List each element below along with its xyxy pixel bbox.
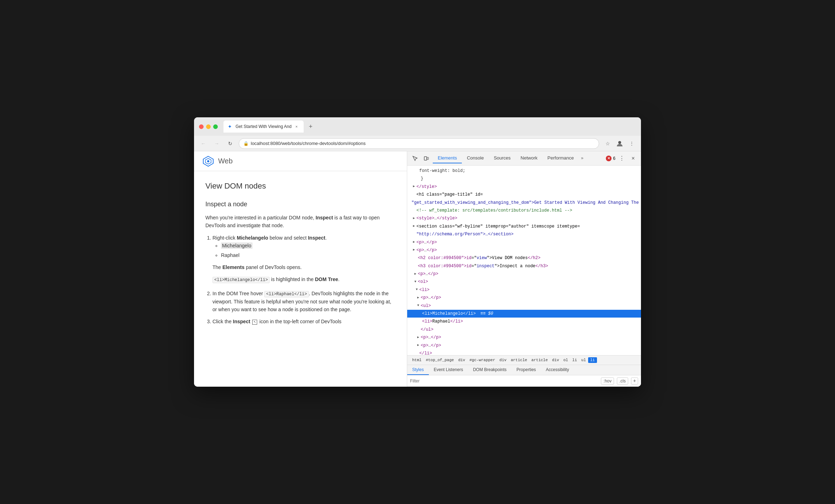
dom-tree-line[interactable]: <h3 color:#994500">id="inspect">Inspect … bbox=[407, 262, 641, 270]
list-item-michelangelo: Michelangelo bbox=[221, 242, 396, 250]
dom-tree-line[interactable]: <h1 class="page-title" id= bbox=[407, 191, 641, 198]
bottom-tab-accessibility[interactable]: Accessibility bbox=[541, 365, 574, 375]
bottom-tab-styles[interactable]: Styles bbox=[407, 365, 429, 375]
tab-console[interactable]: Console bbox=[462, 153, 489, 163]
back-button[interactable]: ← bbox=[198, 139, 208, 149]
tab-elements[interactable]: Elements bbox=[433, 153, 462, 163]
dom-tree-bold: DOM Tree bbox=[315, 276, 338, 282]
error-badge: ✕ 6 bbox=[606, 156, 615, 161]
site-name: Web bbox=[218, 157, 233, 165]
bottom-tab-dom-breakpoints[interactable]: DOM Breakpoints bbox=[468, 365, 511, 375]
more-tabs-button[interactable]: » bbox=[579, 155, 586, 162]
maximize-window-button[interactable] bbox=[213, 124, 218, 129]
svg-rect-2 bbox=[424, 157, 427, 160]
dom-tree-line[interactable]: </ul> bbox=[407, 326, 641, 334]
filter-cls[interactable]: .cls bbox=[617, 377, 628, 385]
dom-tree-line[interactable]: <section class="wf-byline" itemprop="aut… bbox=[407, 223, 641, 230]
address-bar: ← → ↻ 🔒 localhost:8080/web/tools/chrome-… bbox=[194, 136, 641, 151]
inspect-element-button[interactable] bbox=[410, 153, 420, 163]
page-heading: View DOM nodes bbox=[205, 180, 396, 192]
devtools-close-button[interactable]: × bbox=[628, 153, 638, 163]
tab-performance[interactable]: Performance bbox=[542, 153, 579, 163]
account-icon[interactable] bbox=[615, 139, 625, 149]
tab-title: Get Started With Viewing And bbox=[236, 124, 292, 129]
dom-tree-line[interactable]: <p>…</p> bbox=[407, 342, 641, 349]
step-2: In the DOM Tree hover <li>Raphael</li>. … bbox=[212, 290, 396, 314]
svg-point-0 bbox=[618, 141, 621, 144]
filter-add-button[interactable]: + bbox=[631, 377, 638, 385]
devtools-tabs: Elements Console Sources Network Perform… bbox=[433, 153, 604, 163]
minimize-window-button[interactable] bbox=[206, 124, 211, 129]
bottom-tab-properties[interactable]: Properties bbox=[511, 365, 541, 375]
new-tab-button[interactable]: + bbox=[306, 122, 316, 131]
intro-bold: Inspect bbox=[316, 215, 333, 220]
bookmark-icon[interactable]: ☆ bbox=[603, 139, 613, 149]
error-count: 6 bbox=[613, 156, 615, 161]
svg-rect-3 bbox=[427, 157, 428, 159]
elements-bold: Elements bbox=[222, 264, 244, 270]
breadcrumb-item[interactable]: li bbox=[588, 357, 597, 363]
breadcrumb-item[interactable]: #gc-wrapper bbox=[467, 357, 497, 363]
dom-tree-line[interactable]: <li>Michelangelo</li> == $0 bbox=[407, 310, 641, 318]
breadcrumb-item[interactable]: article bbox=[529, 357, 550, 363]
traffic-lights bbox=[199, 124, 218, 129]
filter-hov[interactable]: :hov bbox=[601, 377, 614, 385]
dom-tree-line[interactable]: <li> bbox=[407, 286, 641, 294]
dom-tree-line[interactable]: <ol> bbox=[407, 278, 641, 286]
dom-tree-line[interactable]: </li> bbox=[407, 349, 641, 355]
forward-button[interactable]: → bbox=[212, 139, 222, 149]
breadcrumb-item[interactable]: article bbox=[509, 357, 529, 363]
dom-tree-line[interactable]: </style> bbox=[407, 183, 641, 191]
tab-close-button[interactable]: × bbox=[294, 124, 299, 129]
reload-button[interactable]: ↻ bbox=[225, 139, 235, 149]
step1-bold1: Michelangelo bbox=[237, 235, 268, 241]
browser-menu-icon[interactable]: ⋮ bbox=[627, 139, 637, 149]
step-1: Right-click Michelangelo below and selec… bbox=[212, 234, 396, 259]
breadcrumb-item[interactable]: div bbox=[497, 357, 509, 363]
intro-text: When you're interested in a particular D… bbox=[205, 215, 314, 220]
breadcrumb-item[interactable]: div bbox=[550, 357, 561, 363]
steps-list: Right-click Michelangelo below and selec… bbox=[212, 234, 396, 259]
device-toggle-button[interactable] bbox=[421, 153, 431, 163]
dom-tree-line[interactable]: font-weight: bold; bbox=[407, 167, 641, 175]
dom-tree-line[interactable]: "get_started_with_viewing_and_changing_t… bbox=[407, 199, 641, 207]
dom-tree-line[interactable]: <p>…</p> bbox=[407, 334, 641, 341]
security-icon: 🔒 bbox=[243, 141, 249, 146]
dom-tree-line[interactable]: <ul> bbox=[407, 302, 641, 310]
step3-bold: Inspect bbox=[233, 319, 250, 324]
highlighted-note: <li>Michelangelo</li> is highlighted in … bbox=[212, 275, 396, 284]
dom-tree-line[interactable]: <h2 color:#994500">id="view">View DOM no… bbox=[407, 254, 641, 262]
page-content: Web View DOM nodes Inspect a node When y… bbox=[194, 151, 407, 387]
dom-tree-line[interactable]: "http://schema.org/Person">…</section> bbox=[407, 230, 641, 238]
breadcrumb-item[interactable]: html bbox=[410, 357, 424, 363]
tab-network[interactable]: Network bbox=[516, 153, 543, 163]
steps-list-2: In the DOM Tree hover <li>Raphael</li>. … bbox=[212, 290, 396, 314]
steps-list-3: Click the Inspect ↖ icon in the top-left… bbox=[212, 318, 396, 325]
dom-tree-line[interactable]: <li>Raphael</li> bbox=[407, 318, 641, 325]
breadcrumb-item[interactable]: ul bbox=[579, 357, 588, 363]
dom-tree-line[interactable]: <p>…</p> bbox=[407, 239, 641, 246]
breadcrumb-item[interactable]: li bbox=[570, 357, 579, 363]
bottom-tab-event-listeners[interactable]: Event Listeners bbox=[429, 365, 468, 375]
dom-tree-line[interactable]: <p>…</p> bbox=[407, 294, 641, 302]
filter-input[interactable]: Filter bbox=[410, 379, 598, 383]
breadcrumb-item[interactable]: div bbox=[456, 357, 468, 363]
dom-tree-line[interactable]: <p>…</p> bbox=[407, 246, 641, 254]
devtools-filter-bar: Filter :hov .cls + bbox=[407, 375, 641, 387]
tab-sources[interactable]: Sources bbox=[489, 153, 516, 163]
dom-tree-line[interactable]: <p>…</p> bbox=[407, 270, 641, 278]
breadcrumb-item[interactable]: #top_of_page bbox=[424, 357, 456, 363]
dom-tree-line[interactable]: } bbox=[407, 175, 641, 183]
svg-point-1 bbox=[207, 160, 209, 162]
url-bar[interactable]: 🔒 localhost:8080/web/tools/chrome-devtoo… bbox=[239, 138, 599, 149]
browser-tab-active[interactable]: ✦ Get Started With Viewing And × bbox=[223, 121, 304, 133]
url-text: localhost:8080/web/tools/chrome-devtools… bbox=[251, 141, 595, 146]
devtools-menu-button[interactable]: ⋮ bbox=[617, 153, 627, 163]
error-icon: ✕ bbox=[606, 156, 612, 161]
breadcrumb-item[interactable]: ol bbox=[561, 357, 570, 363]
dom-tree-line[interactable]: <!-- wf_template: src/templates/contribu… bbox=[407, 207, 641, 214]
close-window-button[interactable] bbox=[199, 124, 204, 129]
devtools-panel: Elements Console Sources Network Perform… bbox=[407, 151, 641, 387]
step1-text: Right-click Michelangelo below and selec… bbox=[212, 235, 327, 241]
dom-tree-line[interactable]: <style>…</style> bbox=[407, 214, 641, 222]
